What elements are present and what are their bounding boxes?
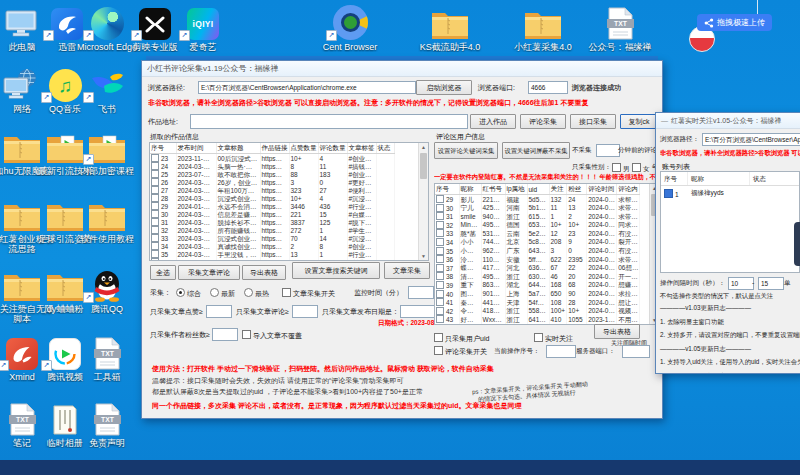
upload-pill[interactable]: 拖拽极速上传 (697, 14, 772, 31)
row-checkbox-icon[interactable] (436, 247, 444, 255)
row-checkbox-icon[interactable] (436, 212, 444, 220)
collect-article-comments-button[interactable]: 采集文章评论 (178, 265, 240, 280)
radio-icon[interactable] (210, 288, 219, 297)
desktop-icon[interactable]: ↗内部加密课程 (75, 128, 139, 176)
search-keyword-button[interactable]: 设置文章搜索关键词 (292, 262, 380, 279)
radio-mode-1[interactable]: 最新 (210, 288, 235, 299)
table-row[interactable]: 242024-03-…头脑一热·…https…811#搞钱… (150, 162, 394, 170)
column-header[interactable]: 序号 (150, 143, 176, 154)
scroll-thumb[interactable] (420, 153, 427, 179)
account-table[interactable]: 序号 昵称 状态 1 福缘禅yyds (660, 171, 800, 273)
column-header[interactable]: 粉丝 (567, 184, 587, 195)
table-row[interactable]: 362024-01-…零零后，23…https…10682#创业… (150, 258, 394, 260)
launch-browser-button[interactable]: 启动浏览器 (416, 80, 472, 95)
column-header[interactable]: 文章标签 (347, 143, 376, 154)
table-row[interactable]: 33憨*菡531…云南5e2…12232024-0…有没… (435, 229, 640, 238)
checkbox-checked-icon[interactable] (664, 189, 673, 198)
desktop-icon[interactable]: KS截流助手4.0 (418, 4, 482, 52)
row-checkbox-icon[interactable] (151, 178, 159, 186)
only-uid-checkbox[interactable]: 只采集用户uid (434, 333, 489, 344)
row-checkbox-icon[interactable] (151, 162, 159, 170)
row-checkbox-icon[interactable] (436, 221, 444, 229)
account-row[interactable]: 1 (664, 189, 679, 198)
table-row[interactable]: 302024-03-…信息差是赚…https…22115#自媒… (150, 210, 394, 218)
minimize-icon[interactable]: — (661, 117, 668, 124)
row-checkbox-icon[interactable] (436, 255, 444, 263)
table-row[interactable]: 30宁儿425…河南5b1…11132024-0…求带… (435, 204, 640, 213)
desktop-icon[interactable]: TXT工具箱 (75, 334, 139, 382)
column-header[interactable]: 文章标题 (216, 143, 260, 154)
checkbox-icon[interactable] (612, 163, 621, 172)
server-port-input[interactable] (622, 345, 650, 358)
column-header[interactable]: 点赞数量 (289, 143, 318, 154)
table-row[interactable]: 262024-03-…26岁，创业…https…30#更好… (150, 178, 394, 186)
desktop-icon[interactable]: 小红薯采集4.0 (511, 4, 575, 52)
column-header[interactable]: 作品链接 (260, 143, 289, 154)
table-row[interactable]: 342024-03-…真诚找创业…https…28#创业… (150, 242, 394, 250)
skip-minutes-input[interactable] (596, 144, 620, 157)
row-checkbox-icon[interactable] (436, 238, 444, 246)
browser-path-input[interactable]: E:\百分百浏览器\CentBrowser\Application\chrome… (198, 81, 416, 94)
table-row[interactable]: 41秦…441…天津54f…108282024-0…想让… (435, 298, 640, 307)
current-index-input[interactable] (546, 345, 576, 358)
work-address-input[interactable] (190, 114, 468, 129)
desktop-icon[interactable]: TXT免责声明 (75, 400, 139, 448)
import-nooverwrite-checkbox[interactable]: 导入文章不覆盖 (242, 330, 302, 341)
kw-collect-button[interactable]: 设置评论关键词采集 (434, 142, 498, 159)
scroll-down-icon[interactable]: ▼ (419, 252, 428, 260)
article-switch-checkbox[interactable]: 文章采集开关 (282, 288, 335, 299)
row-checkbox-icon[interactable] (151, 154, 159, 162)
table-row[interactable]: 35小…962…广东643…302024-0…有没… (435, 247, 640, 256)
row-checkbox-icon[interactable] (151, 210, 159, 218)
row-checkbox-icon[interactable] (436, 204, 444, 212)
desktop-icon[interactable]: ↗腾讯QQ (75, 266, 139, 314)
comment-collect-button[interactable]: 评论采集 (520, 114, 566, 129)
browser-port-input[interactable]: 4666 (528, 81, 568, 94)
checkbox-icon[interactable] (632, 163, 641, 172)
row-checkbox-icon[interactable] (436, 298, 444, 306)
articles-table[interactable]: 序号发布时间文章标题作品链接点赞数量评论数量文章标签状态232023-11-…0… (149, 142, 429, 261)
desktop-icon[interactable]: 软件使用教程 (75, 196, 139, 244)
row-checkbox-icon[interactable] (151, 170, 159, 178)
radio-mode-2[interactable]: 最热 (244, 288, 269, 299)
table-row[interactable]: 38清…495…浙江630…46202024-0…开一… (435, 272, 640, 281)
filter-fans-input[interactable] (212, 328, 238, 341)
column-header[interactable]: 昵称 (459, 184, 481, 195)
kw-block-button[interactable]: 设置关键词屏蔽不采集 (502, 142, 570, 159)
row-checkbox-icon[interactable] (436, 272, 444, 280)
articles-scrollbar[interactable]: ▲ ▼ (418, 143, 428, 260)
row-checkbox-icon[interactable] (436, 290, 444, 298)
table-row[interactable]: 43好…Wxx…浙江641…41010552023-1…不用… (435, 315, 640, 324)
enter-work-button[interactable]: 进入作品 (470, 114, 516, 129)
main-title-bar[interactable]: 小红书评论采集v1.19公众号：福缘禅 (142, 61, 662, 77)
select-all-button[interactable]: 全选 (150, 265, 176, 280)
column-header[interactable]: 红书号 (481, 184, 505, 195)
interval-from-input[interactable]: 10 (728, 277, 754, 290)
row-checkbox-icon[interactable] (151, 242, 159, 250)
desktop-icon[interactable]: ↗飞书 (75, 66, 139, 114)
checkbox-icon[interactable] (282, 288, 291, 297)
checkbox-icon[interactable] (534, 333, 543, 342)
row-checkbox-icon[interactable] (151, 226, 159, 234)
column-header[interactable]: 状态 (376, 143, 394, 154)
article-collect-button[interactable]: 文章采集 (384, 262, 430, 279)
table-row[interactable]: 32Min…495…德国653…10+10+2024-0…同求… (435, 221, 640, 230)
table-row[interactable]: 39重下863…湖北644…168682024-0…想赚… (435, 281, 640, 290)
row-checkbox-icon[interactable] (151, 202, 159, 210)
column-header[interactable]: 发布时间 (176, 143, 216, 154)
table-row[interactable]: 332024-03-…沉浸式创业…https…7014#沉浸… (150, 234, 394, 242)
row-checkbox-icon[interactable] (151, 218, 159, 226)
screen-edge-handle[interactable] (794, 222, 800, 266)
column-header[interactable]: uid (527, 184, 549, 195)
column-header[interactable]: 关注 (549, 184, 567, 195)
table-row[interactable]: 292024-01-…永远不会消…https…3446436#行业… (150, 202, 394, 210)
desktop-icon[interactable]: TXT公众号：福缘禅 (588, 4, 652, 52)
table-row[interactable]: 272024-03-…年租100万…https…32327#便利… (150, 186, 394, 194)
column-header[interactable]: 序号 (435, 184, 459, 195)
table-row[interactable]: 42令…418…浙江558…100+10+2024-0…视频… (435, 307, 640, 316)
table-row[interactable]: 232023-11-…00后沉浸式…https…10+4#创业… (150, 154, 394, 163)
export-comments-button[interactable]: 导出表格 (594, 324, 640, 339)
comment-switch-checkbox[interactable]: 评论采集开关 (434, 346, 487, 357)
row-checkbox-icon[interactable] (436, 195, 444, 203)
export-articles-button[interactable]: 导出表格 (242, 265, 286, 280)
